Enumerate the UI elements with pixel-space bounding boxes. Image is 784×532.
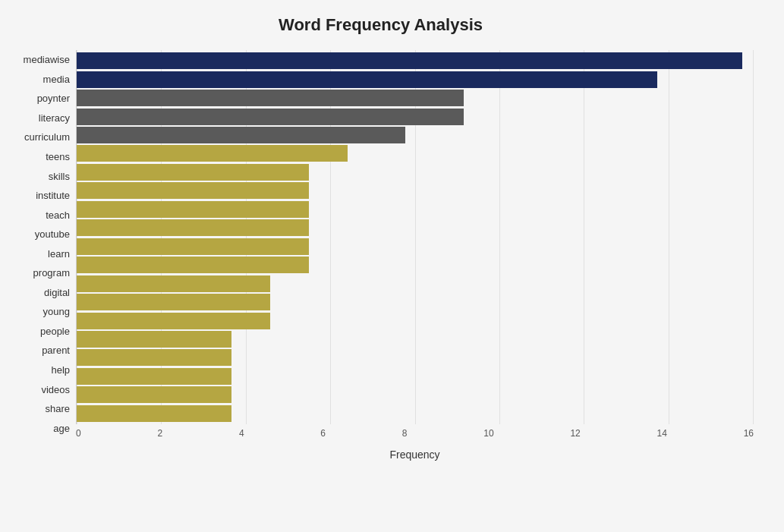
bar-rows [77,50,754,424]
bar [77,313,270,329]
x-tick: 12 [570,428,580,447]
y-axis-label: help [51,365,70,375]
bar-row [77,181,754,200]
bar-row [77,386,754,404]
bar [77,331,231,348]
bars-and-x: 0246810121416 Frequency [76,50,754,461]
x-tick: 4 [239,428,244,447]
x-tick: 2 [157,428,162,447]
x-tick: 6 [320,428,326,447]
bar-row [77,405,754,423]
bar-row [77,52,754,70]
y-axis-label: share [45,404,70,414]
bar-row [77,126,754,144]
y-axis-label: parent [42,345,70,355]
x-tick: 0 [76,428,81,447]
bar [77,52,742,69]
bar [77,201,309,218]
y-axis-label: teens [46,152,70,162]
chart-title: Word Frequency Analysis [8,15,754,35]
bar [77,386,231,403]
y-axis-label: media [43,74,70,84]
y-axis-label: age [53,423,70,433]
bar [77,349,231,366]
chart-area: mediawisemediapoynterliteracycurriculumt… [8,50,754,461]
bar-row [77,256,754,274]
bar-row [77,238,754,256]
bar-row [77,107,754,125]
x-tick: 10 [483,428,493,447]
y-axis-label: digital [44,288,70,297]
chart-container: Word Frequency Analysis mediawisemediapo… [0,0,784,532]
bar [77,90,464,106]
y-axis-label: program [33,268,70,278]
y-axis-label: learn [48,249,70,259]
bar [77,71,657,88]
x-axis-label: Frequency [76,449,754,461]
bar [77,275,270,292]
bars-area [76,50,754,424]
y-axis-label: curriculum [24,132,70,142]
bar-row [77,367,754,386]
bar-row [77,219,754,237]
bar [77,294,270,310]
y-axis-label: skills [49,172,70,181]
bar [77,219,309,236]
y-axis-label: poynter [37,93,70,103]
bar [77,238,309,255]
bar [77,109,464,125]
bar-row [77,348,754,367]
bar-row [77,163,754,181]
bar [77,127,405,143]
y-axis-label: literacy [39,113,70,123]
bar [77,405,231,422]
bar-row [77,70,754,88]
y-axis: mediawisemediapoynterliteracycurriculumt… [8,50,76,461]
bar-row [77,330,754,348]
bar [77,182,309,199]
y-axis-label: videos [41,385,70,395]
bar [77,368,231,385]
bar [77,257,309,273]
x-tick: 14 [657,428,667,447]
y-axis-label: people [40,326,70,336]
bar [77,145,348,162]
bar-row [77,144,754,162]
y-axis-label: youtube [35,229,70,239]
y-axis-label: teach [46,210,70,220]
x-axis: 0246810121416 [76,424,754,447]
bar-row [77,200,754,219]
bar [77,164,309,181]
bar-row [77,89,754,107]
x-tick: 8 [402,428,408,447]
bar-row [77,293,754,311]
bar-row [77,311,754,329]
y-axis-label: young [43,307,70,316]
y-axis-label: mediawise [24,55,70,65]
y-axis-label: institute [36,190,70,200]
bar-row [77,274,754,292]
x-tick: 16 [744,428,754,447]
